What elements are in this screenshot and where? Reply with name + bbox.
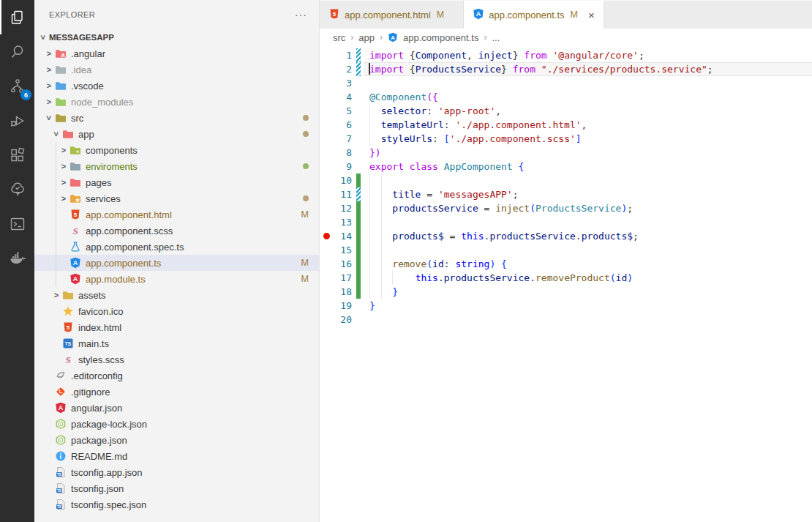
code-line-18[interactable]: 18 } (320, 285, 812, 299)
line-number[interactable]: 1 (320, 48, 352, 62)
line-number[interactable]: 18 (320, 285, 352, 299)
code-line-4[interactable]: 4@Component({ (320, 90, 812, 104)
code-line-1[interactable]: 1import {Component, inject} from '@angul… (320, 48, 812, 62)
ng-blue-icon: A (473, 8, 484, 22)
line-number[interactable]: 5 (320, 104, 352, 118)
sidebar-item-assets[interactable]: >assets (34, 287, 319, 303)
activity-item-source-control[interactable]: 6 (0, 69, 34, 103)
git-status-dot (303, 195, 309, 201)
sidebar-item--idea[interactable]: >.idea (34, 61, 319, 78)
sidebar-item-readme-md[interactable]: README.md (34, 448, 319, 464)
sidebar-item-node-modules[interactable]: >node_modules (34, 94, 319, 110)
line-number[interactable]: 8 (320, 146, 352, 160)
line-number[interactable]: 9 (320, 160, 352, 174)
sidebar-item-app-module-ts[interactable]: Aapp.module.tsM (34, 271, 319, 287)
line-number[interactable]: 13 (320, 215, 352, 229)
sidebar-item-styles-scss[interactable]: Sstyles.scss (34, 351, 319, 368)
tab-app-component-html[interactable]: 5app.component.htmlM (320, 1, 464, 29)
sidebar-item-components[interactable]: >+components (34, 142, 319, 158)
breadcrumb-item-file[interactable]: app.component.ts (403, 32, 478, 43)
code-line-15[interactable]: 15 (320, 243, 812, 257)
code-line-8[interactable]: 8}) (320, 146, 812, 160)
sidebar-item-src[interactable]: >src (34, 110, 319, 126)
activity-item-extensions[interactable] (0, 138, 34, 172)
sidebar-item--vscode[interactable]: >.vscode (34, 78, 319, 94)
line-number[interactable]: 10 (320, 174, 352, 187)
sidebar-item-enviroments[interactable]: >enviroments (34, 158, 319, 174)
line-number[interactable]: 15 (320, 243, 352, 257)
code-line-12[interactable]: 12 productsService = inject(ProductsServ… (320, 201, 812, 215)
code-line-14[interactable]: 14 products$ = this.productsService.prod… (320, 229, 812, 243)
code-line-6[interactable]: 6 templateUrl: './app.component.html', (320, 118, 812, 132)
git-status-dot (303, 115, 309, 121)
line-number[interactable]: 7 (320, 132, 352, 146)
activity-item-explorer[interactable] (0, 0, 34, 34)
activity-item-testing[interactable] (0, 172, 34, 206)
svg-text:A: A (476, 10, 481, 18)
sidebar-item-app-component-html[interactable]: 5app.component.htmlM (34, 206, 319, 223)
sidebar-item-app-component-ts[interactable]: Aapp.component.tsM (34, 255, 319, 271)
breadcrumb-symbol-tail[interactable]: ... (492, 32, 500, 43)
sidebar-item-tsconfig-spec-json[interactable]: TStsconfig.spec.json (34, 496, 319, 512)
activity-item-search[interactable] (0, 34, 34, 69)
tab-app-component-ts[interactable]: Aapp.component.tsM× (464, 1, 604, 29)
sidebar-item--editorconfig[interactable]: .editorconfig (34, 368, 319, 384)
line-number[interactable]: 19 (320, 299, 352, 313)
line-number[interactable]: 11 (320, 187, 352, 201)
sidebar-item-main-ts[interactable]: TSmain.ts (34, 335, 319, 351)
sidebar-item-favicon-ico[interactable]: favicon.ico (34, 303, 319, 319)
code-editor[interactable]: 1import {Component, inject} from '@angul… (320, 46, 812, 522)
line-number[interactable]: 3 (320, 76, 352, 90)
sidebar-item-app[interactable]: >app (34, 126, 319, 142)
sidebar-item--angular[interactable]: >A.angular (34, 45, 319, 61)
gutter-spacer (356, 313, 361, 327)
sidebar-item-index-html[interactable]: 5index.html (34, 319, 319, 335)
sidebar-item-app-component-scss[interactable]: Sapp.component.scss (34, 223, 319, 239)
code-line-11[interactable]: 11 title = 'messagesAPP'; (320, 187, 812, 201)
line-number[interactable]: 4 (320, 90, 352, 104)
breadcrumb-item-app[interactable]: app (358, 32, 375, 43)
code-line-16[interactable]: 16 remove(id: string) { (320, 257, 812, 271)
code-line-19[interactable]: 19} (320, 299, 812, 313)
file-label: app.component.scss (86, 225, 319, 236)
sidebar-item-services[interactable]: >∗services (34, 190, 319, 206)
line-number[interactable]: 2 (320, 62, 352, 76)
sidebar-item-tsconfig-app-json[interactable]: TStsconfig.app.json (34, 464, 319, 480)
breadcrumb-item-src[interactable]: src (333, 32, 345, 43)
code-text: this.productsService.removeProduct(id) (369, 271, 633, 285)
gutter-modified-indicator (356, 48, 361, 62)
activity-item-remote-terminal[interactable] (0, 206, 34, 241)
close-icon[interactable]: × (588, 10, 595, 20)
file-label: tsconfig.app.json (71, 467, 319, 478)
code-line-17[interactable]: 17 this.productsService.removeProduct(id… (320, 271, 812, 285)
sidebar-item-tsconfig-json[interactable]: TStsconfig.json (34, 480, 319, 496)
workspace-root-row[interactable]: > MESSAGESAPP (34, 29, 319, 45)
breakpoint-icon[interactable] (323, 233, 330, 239)
sidebar-item--gitignore[interactable]: .gitignore (34, 384, 319, 400)
gutter-added-indicator (356, 257, 361, 271)
svg-text:A: A (73, 259, 78, 266)
code-line-7[interactable]: 7 styleUrls: ['./app.component.scss'] (320, 132, 812, 146)
line-number[interactable]: 16 (320, 257, 352, 271)
line-number[interactable]: 12 (320, 201, 352, 215)
svg-text:5: 5 (74, 212, 78, 218)
code-line-2[interactable]: 2import {ProductsService} from "./servic… (320, 62, 812, 76)
sidebar-item-angular-json[interactable]: Aangular.json (34, 400, 319, 416)
sidebar-item-package-lock-json[interactable]: package-lock.json (34, 416, 319, 432)
code-line-3[interactable]: 3 (320, 76, 812, 90)
line-number[interactable]: 17 (320, 271, 352, 285)
sidebar-item-package-json[interactable]: package.json (34, 432, 319, 448)
line-number[interactable]: 6 (320, 118, 352, 132)
code-line-13[interactable]: 13 (320, 215, 812, 229)
code-line-5[interactable]: 5 selector: 'app-root', (320, 104, 812, 118)
code-line-20[interactable]: 20 (320, 313, 812, 327)
code-line-9[interactable]: 9export class AppComponent { (320, 160, 812, 174)
line-number[interactable]: 20 (320, 313, 352, 327)
activity-item-run-debug[interactable] (0, 103, 34, 138)
sidebar-item-app-component-spec-ts[interactable]: app.component.spec.ts (34, 239, 319, 255)
activity-item-docker[interactable] (0, 241, 34, 275)
code-line-10[interactable]: 10 (320, 174, 812, 187)
sidebar-item-pages[interactable]: >pages (34, 174, 319, 190)
more-actions-icon[interactable]: ··· (295, 9, 307, 20)
code-text: productsService = inject(ProductsService… (369, 201, 633, 215)
